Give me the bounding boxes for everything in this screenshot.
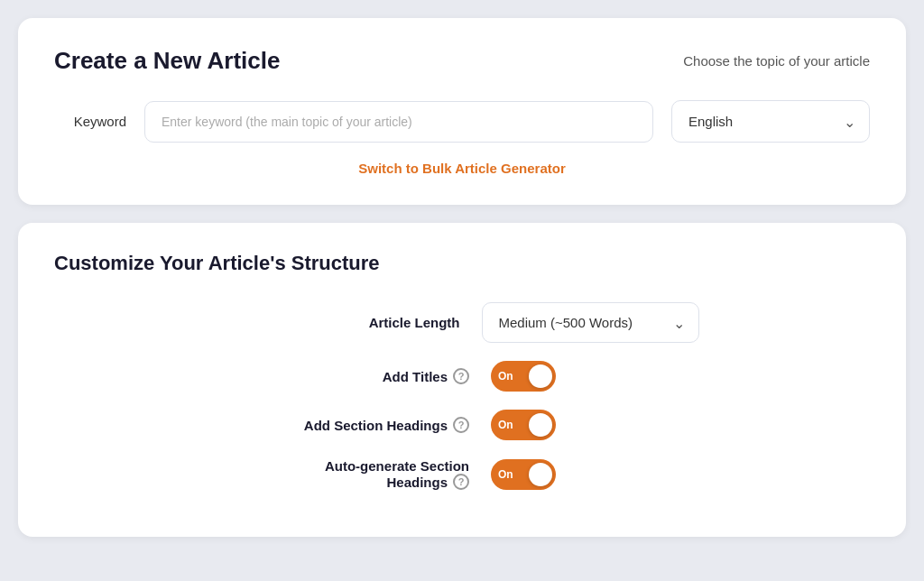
add-section-headings-help-icon[interactable]: ? <box>453 417 469 433</box>
subtitle-text: Choose the topic of your article <box>683 53 870 69</box>
auto-generate-row: Auto-generate Section Headings ? On <box>54 458 870 490</box>
keyword-label: Keyword <box>54 114 126 129</box>
add-titles-help-icon[interactable]: ? <box>453 368 469 384</box>
auto-generate-label-line2: Headings ? <box>386 474 469 490</box>
add-section-headings-toggle-container: On <box>491 410 689 440</box>
article-length-label: Article Length <box>226 315 460 330</box>
add-titles-thumb <box>529 364 552 388</box>
auto-generate-help-icon[interactable]: ? <box>453 474 469 490</box>
add-titles-row: Add Titles ? On <box>54 361 870 392</box>
add-titles-label: Add Titles ? <box>235 368 469 384</box>
add-titles-toggle[interactable]: On <box>491 361 556 392</box>
add-titles-track: On <box>491 361 556 392</box>
auto-generate-on-label: On <box>498 468 513 481</box>
article-length-row: Article Length Short (~250 Words) Medium… <box>54 302 870 343</box>
auto-generate-toggle-container: On <box>491 459 689 490</box>
article-length-select[interactable]: Short (~250 Words) Medium (~500 Words) L… <box>482 302 699 343</box>
add-section-headings-row: Add Section Headings ? On <box>54 410 870 440</box>
add-titles-on-label: On <box>498 370 513 383</box>
bulk-article-link[interactable]: Switch to Bulk Article Generator <box>54 161 870 176</box>
customize-structure-card: Customize Your Article's Structure Artic… <box>18 223 906 537</box>
add-section-headings-thumb <box>529 413 552 437</box>
auto-generate-toggle[interactable]: On <box>491 459 556 490</box>
create-article-card: Create a New Article Choose the topic of… <box>18 18 906 205</box>
auto-generate-label-line1: Auto-generate Section <box>325 458 469 474</box>
auto-generate-track: On <box>491 459 556 490</box>
keyword-row: Keyword English Spanish French German It… <box>54 100 870 143</box>
page-title: Create a New Article <box>54 47 280 75</box>
add-titles-toggle-container: On <box>491 361 689 392</box>
add-section-headings-toggle[interactable]: On <box>491 410 556 440</box>
add-section-headings-label: Add Section Headings ? <box>235 417 469 433</box>
auto-generate-thumb <box>529 463 552 486</box>
article-length-select-wrapper: Short (~250 Words) Medium (~500 Words) L… <box>482 302 699 343</box>
language-select[interactable]: English Spanish French German Italian <box>671 100 870 143</box>
add-section-headings-track: On <box>491 410 556 440</box>
language-select-wrapper: English Spanish French German Italian ⌄ <box>671 100 870 143</box>
keyword-input[interactable] <box>144 101 653 143</box>
structure-title: Customize Your Article's Structure <box>54 252 870 275</box>
top-card-header: Create a New Article Choose the topic of… <box>54 47 870 75</box>
auto-generate-label: Auto-generate Section Headings ? <box>235 458 469 490</box>
add-section-headings-on-label: On <box>498 419 513 431</box>
